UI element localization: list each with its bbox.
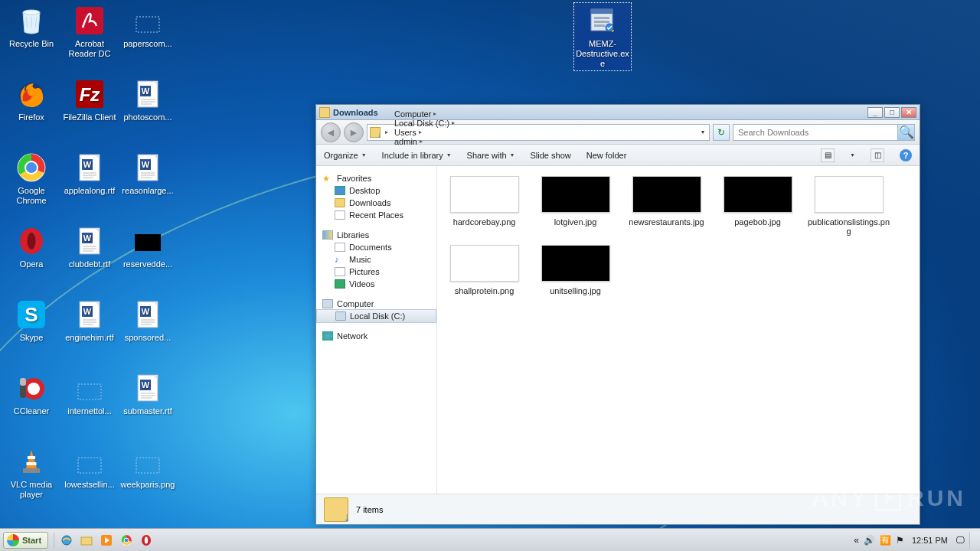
svg-rect-7 — [594, 24, 605, 27]
libraries-header[interactable]: Libraries — [316, 229, 436, 241]
desktop-icon-acrobat-reader-dc[interactable]: Acrobat Reader DC — [61, 3, 118, 60]
tray-flag-icon[interactable]: ⚑ — [896, 535, 904, 546]
file-name-label: pagebob.jpg — [734, 217, 781, 227]
taskbar-explorer-icon[interactable] — [78, 532, 95, 549]
file-unitselling-jpg[interactable]: unitselling.jpg — [531, 243, 619, 298]
thumbnail-image — [632, 176, 701, 213]
desktop-icon-recycle-bin[interactable]: Recycle Bin — [3, 3, 60, 51]
taskbar-ie-icon[interactable] — [58, 532, 75, 549]
file-pagebob-jpg[interactable]: pagebob.jpg — [714, 174, 802, 238]
slide-show-button[interactable]: Slide show — [531, 151, 571, 160]
nav-videos[interactable]: Videos — [316, 278, 436, 290]
svg-rect-76 — [23, 468, 40, 473]
icon-label: sponsored... — [125, 333, 172, 343]
status-bar: 7 items — [316, 494, 920, 524]
ccleaner-icon — [15, 372, 47, 404]
desktop-icon-photoscom[interactable]: Wphotoscom... — [119, 77, 176, 124]
taskbar-media-icon[interactable] — [98, 532, 115, 549]
file-name-label: unitselling.jpg — [550, 286, 601, 295]
word-icon: W — [74, 225, 106, 257]
view-mode-dropdown[interactable]: ▼ — [850, 152, 855, 158]
recycle-icon — [15, 5, 47, 37]
share-with-menu[interactable]: Share with▼ — [467, 151, 515, 160]
breadcrumb-local-disk-c[interactable]: Local Disk (C:)▸ — [391, 119, 458, 128]
back-button[interactable]: ◄ — [321, 122, 341, 142]
desktop-icon-applealong-rtf[interactable]: Wapplealong.rtf — [61, 150, 118, 197]
desktop-icon-reservedde[interactable]: reservedde... — [119, 223, 176, 271]
windows-orb-icon — [7, 534, 19, 546]
breadcrumb-computer[interactable]: Computer▸ — [391, 109, 458, 119]
desktop-icon-vlc-media-player[interactable]: VLC media player — [3, 444, 60, 501]
desktop-icon-memz-destructive-exe[interactable]: MEMZ-Destructive.exe — [574, 3, 631, 70]
vlc-icon — [15, 445, 47, 478]
breadcrumb-users[interactable]: Users▸ — [391, 128, 458, 137]
address-bar[interactable]: ▸ Computer▸Local Disk (C:)▸Users▸admin▸D… — [367, 124, 710, 141]
desktop-icon-lowestsellin[interactable]: lowestsellin... — [61, 444, 118, 491]
help-button[interactable]: ? — [900, 149, 912, 161]
nav-music[interactable]: ♪Music — [316, 253, 436, 266]
nav-recent-places[interactable]: Recent Places — [316, 209, 436, 221]
minimize-button[interactable]: _ — [867, 107, 883, 118]
taskbar-chrome-icon[interactable] — [118, 532, 135, 549]
close-button[interactable]: ✕ — [901, 107, 916, 118]
skype-icon: S — [15, 298, 47, 331]
taskbar-opera-icon[interactable] — [138, 532, 155, 549]
desktop-icon-firefox[interactable]: Firefox — [3, 77, 60, 124]
tray-monitor-icon[interactable]: 🖵 — [956, 535, 965, 546]
network-header[interactable]: Network — [316, 330, 436, 342]
favorites-header[interactable]: ★Favorites — [316, 172, 436, 184]
desktop-icon-enginehim-rtf[interactable]: Wenginehim.rtf — [61, 297, 118, 344]
icon-label: internettol... — [67, 406, 111, 416]
desktop-icon-opera[interactable]: Opera — [3, 223, 60, 271]
nav-downloads[interactable]: Downloads — [316, 197, 436, 209]
nav-desktop[interactable]: Desktop — [316, 184, 436, 197]
nav-local-disk-c[interactable]: Local Disk (C:) — [316, 309, 436, 323]
desktop-icon-clubdebt-rtf[interactable]: Wclubdebt.rtf — [61, 223, 118, 271]
window-title: Downloads — [333, 108, 378, 117]
computer-header[interactable]: Computer — [316, 298, 436, 310]
icon-label: Acrobat Reader DC — [63, 39, 116, 59]
nav-documents[interactable]: Documents — [316, 241, 436, 253]
desktop-icon-submaster-rtf[interactable]: Wsubmaster.rtf — [119, 370, 176, 418]
file-publicationslistings-png[interactable]: publicationslistings.png — [805, 174, 893, 238]
start-button[interactable]: Start — [3, 532, 48, 549]
new-folder-button[interactable]: New folder — [586, 151, 627, 160]
icon-label: enginehim.rtf — [65, 333, 114, 343]
svg-rect-2 — [136, 17, 159, 32]
include-in-library-menu[interactable]: Include in library▼ — [382, 151, 452, 160]
desktop-icon-sponsored[interactable]: Wsponsored... — [119, 297, 176, 344]
nav-pictures[interactable]: Pictures — [316, 266, 436, 278]
desktop-icon-filezilla-client[interactable]: FzFileZilla Client — [61, 77, 118, 124]
refresh-button[interactable]: ↻ — [713, 124, 730, 141]
organize-menu[interactable]: Organize▼ — [324, 151, 367, 160]
file-lotgiven-jpg[interactable]: lotgiven.jpg — [531, 174, 619, 238]
file-area[interactable]: hardcorebay.pnglotgiven.jpgnewsrestauran… — [437, 166, 920, 494]
file-shallprotein-png[interactable]: shallprotein.png — [440, 243, 528, 298]
show-desktop-button[interactable] — [969, 532, 980, 549]
desktop[interactable]: Recycle BinAcrobat Reader DCpaperscom...… — [0, 0, 980, 551]
tray-expand-icon[interactable]: « — [854, 535, 859, 546]
view-mode-button[interactable]: ▤ — [821, 148, 835, 162]
tray-network-icon[interactable]: 🈶 — [880, 535, 891, 546]
history-dropdown[interactable]: ▾ — [697, 129, 709, 135]
tray-volume-icon[interactable]: 🔊 — [864, 535, 875, 546]
desktop-icon-reasonlarge[interactable]: Wreasonlarge... — [119, 150, 176, 197]
thumbnail-image — [724, 176, 792, 213]
desktop-icon-paperscom[interactable]: paperscom... — [119, 3, 176, 51]
file-newsrestaurants-jpg[interactable]: newsrestaurants.jpg — [622, 174, 710, 238]
tray-clock[interactable]: 12:51 PM — [912, 536, 948, 545]
svg-point-62 — [28, 383, 40, 395]
forward-button[interactable]: ► — [344, 122, 364, 142]
svg-rect-6 — [594, 21, 609, 23]
file-hardcorebay-png[interactable]: hardcorebay.png — [440, 174, 528, 238]
maximize-button[interactable]: □ — [884, 107, 900, 118]
desktop-icon-ccleaner[interactable]: CCleaner — [3, 370, 60, 418]
desktop-icon-weekparis-png[interactable]: weekparis.png — [119, 444, 176, 491]
icon-label: submaster.rtf — [123, 406, 172, 416]
search-button[interactable]: 🔍 — [897, 125, 914, 140]
search-input[interactable] — [733, 128, 897, 137]
desktop-icon-skype[interactable]: SSkype — [3, 297, 60, 344]
desktop-icon-internettol[interactable]: internettol... — [61, 370, 118, 418]
desktop-icon-google-chrome[interactable]: Google Chrome — [3, 150, 60, 207]
preview-pane-button[interactable]: ◫ — [871, 148, 884, 162]
